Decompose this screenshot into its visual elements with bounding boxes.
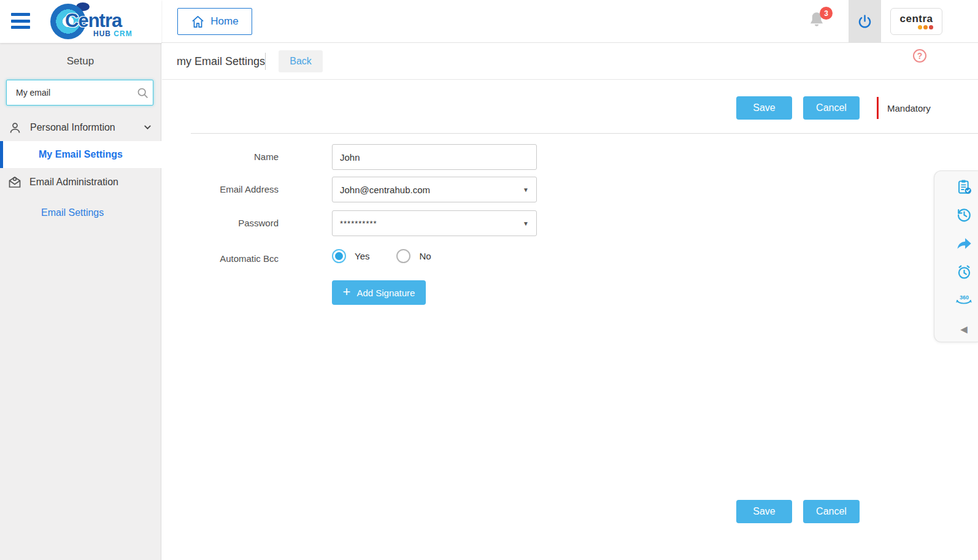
sidebar-item-email-settings[interactable]: Email Settings (0, 204, 161, 222)
bcc-yes-label: Yes (355, 251, 369, 261)
sidebar-item-label: My Email Settings (39, 149, 123, 160)
automatic-bcc-label: Automatic Bcc (162, 253, 279, 264)
collapse-icon[interactable]: ◀ (955, 321, 973, 337)
history-icon[interactable] (955, 207, 973, 223)
help-icon[interactable]: ? (913, 49, 926, 63)
mandatory-indicator-bar (877, 97, 879, 119)
cancel-button[interactable]: Cancel (803, 96, 860, 120)
plus-icon: + (343, 285, 351, 299)
sidebar-item-label: Personal Informtion (30, 122, 115, 133)
search-icon[interactable] (132, 86, 153, 99)
sidebar-title: Setup (0, 43, 161, 67)
quick-actions-toolbar: 360 ◀ (934, 171, 978, 342)
back-button[interactable]: Back (279, 50, 323, 72)
home-icon (191, 15, 205, 29)
logo-sub-hub: HUB (93, 29, 111, 38)
bcc-no-radio[interactable] (396, 249, 410, 263)
form-divider (191, 133, 978, 134)
name-field[interactable] (332, 144, 537, 170)
account-logo-text: centra (891, 13, 942, 25)
add-signature-button[interactable]: + Add Signature (332, 280, 426, 305)
share-icon[interactable] (955, 235, 973, 252)
page-title: my Email Settings (177, 55, 265, 68)
chevron-down-icon[interactable] (142, 122, 153, 135)
name-label: Name (162, 152, 279, 162)
sidebar-item-my-email-settings[interactable]: My Email Settings (0, 141, 161, 168)
hamburger-menu-icon[interactable] (11, 13, 30, 29)
save-button[interactable]: Save (736, 500, 792, 523)
setup-sidebar: Setup Personal Informtion My Email Setti… (0, 43, 161, 560)
notifications-bell-icon[interactable]: 3 (807, 10, 833, 36)
cancel-button[interactable]: Cancel (803, 500, 860, 523)
sidebar-item-personal-information[interactable]: Personal Informtion (0, 115, 161, 140)
sidebar-item-label: Email Administration (29, 177, 118, 188)
password-value: ********** (340, 219, 377, 228)
page-titlebar: my Email Settings Back ? (162, 43, 978, 80)
home-button[interactable]: Home (177, 8, 252, 35)
add-signature-label: Add Signature (356, 288, 415, 298)
logo-area: Centra HUB CRM (0, 0, 161, 43)
account-brand-logo: centra (890, 8, 942, 35)
password-label: Password (162, 218, 279, 228)
form-body: Save Cancel Mandatory Name Email Address… (162, 80, 978, 559)
sidebar-item-email-administration[interactable]: Email Administration (0, 169, 161, 195)
email-admin-icon (7, 175, 22, 190)
bcc-no-label: No (419, 251, 431, 261)
view-360-icon[interactable]: 360 (955, 292, 973, 307)
logout-power-button[interactable] (849, 0, 881, 43)
notification-badge: 3 (820, 7, 833, 20)
account-logo-dots (918, 25, 933, 29)
alarm-icon[interactable] (955, 264, 973, 280)
save-button[interactable]: Save (736, 96, 792, 120)
sidebar-item-label: Email Settings (41, 207, 104, 218)
title-separator (265, 53, 266, 70)
mandatory-label: Mandatory (887, 103, 931, 113)
dropdown-arrow-icon: ▼ (523, 186, 529, 193)
person-icon (9, 121, 21, 134)
active-indicator-bar (0, 141, 3, 168)
logo-brand-text: Centra (65, 10, 121, 32)
email-address-label: Email Address (162, 184, 279, 194)
logo-sub-crm: CRM (114, 29, 132, 38)
email-address-value: John@centrahub.com (340, 185, 430, 195)
dropdown-arrow-icon: ▼ (523, 220, 529, 227)
sidebar-search-input[interactable] (7, 88, 132, 98)
notes-check-icon[interactable] (955, 178, 973, 195)
top-header: Centra HUB CRM Home 3 centra (0, 0, 978, 43)
password-dropdown[interactable]: ********** ▼ (332, 210, 537, 236)
email-address-dropdown[interactable]: John@centrahub.com ▼ (332, 177, 537, 202)
view-360-text: 360 (960, 294, 969, 301)
centrahub-crm-logo: Centra HUB CRM (48, 2, 146, 40)
power-icon (857, 13, 873, 30)
sidebar-search-box (6, 80, 153, 105)
automatic-bcc-options: Yes No (332, 249, 450, 263)
bcc-yes-radio[interactable] (332, 249, 346, 263)
main-content: my Email Settings Back ? Save Cancel Man… (162, 43, 978, 560)
home-label: Home (210, 15, 238, 28)
